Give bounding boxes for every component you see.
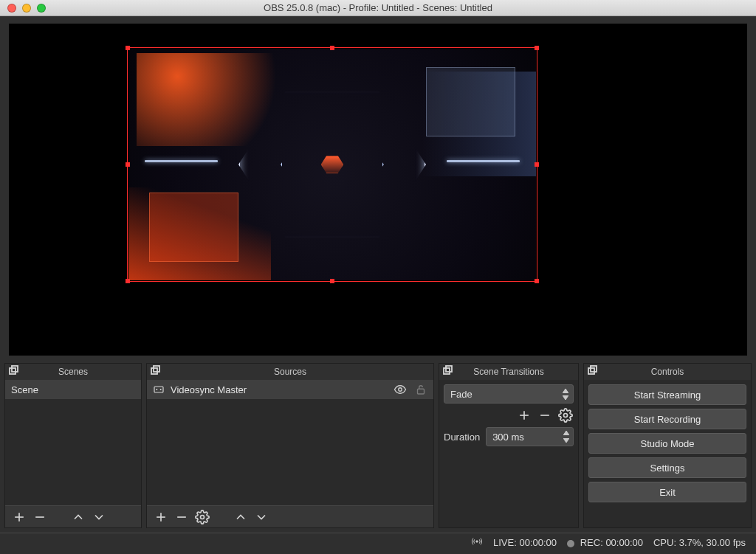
svg-rect-11 xyxy=(418,389,425,394)
svg-point-9 xyxy=(160,389,162,390)
svg-rect-7 xyxy=(154,387,163,392)
select-stepper-icon xyxy=(560,387,571,401)
transition-select[interactable]: Fade xyxy=(444,384,574,404)
source-visibility-toggle[interactable] xyxy=(394,383,407,396)
transitions-body: Fade Duration 300 ms xyxy=(439,380,578,527)
rec-status: REC: 00:00:00 xyxy=(567,537,643,548)
move-scene-up-button[interactable] xyxy=(70,509,86,525)
preview-container xyxy=(0,16,756,363)
window-title: OBS 25.0.8 (mac) - Profile: Untitled - S… xyxy=(264,2,492,13)
broadcast-icon xyxy=(471,536,483,550)
svg-marker-19 xyxy=(563,395,568,400)
source-item-label: Videosync Master xyxy=(171,384,247,395)
duration-value: 300 ms xyxy=(492,432,524,443)
resize-handle[interactable] xyxy=(126,162,130,167)
scene-item[interactable]: Scene xyxy=(5,380,141,399)
status-bar: LIVE: 00:00:00 REC: 00:00:00 CPU: 3.7%, … xyxy=(0,533,756,552)
move-scene-down-button[interactable] xyxy=(91,509,107,525)
scenes-list[interactable]: Scene xyxy=(5,380,141,505)
sources-panel-header[interactable]: Sources xyxy=(147,364,433,380)
resize-handle[interactable] xyxy=(535,46,539,50)
source-window-icon xyxy=(153,384,165,395)
titlebar: OBS 25.0.8 (mac) - Profile: Untitled - S… xyxy=(0,0,756,16)
resize-handle[interactable] xyxy=(535,162,539,167)
source-preview-thumbnail xyxy=(128,49,536,280)
close-window-button[interactable] xyxy=(7,4,16,13)
undock-icon[interactable] xyxy=(8,365,20,377)
svg-marker-18 xyxy=(563,389,568,393)
svg-rect-16 xyxy=(444,368,450,374)
scenes-panel-header[interactable]: Scenes xyxy=(5,364,141,380)
controls-panel-title: Controls xyxy=(651,367,684,377)
add-source-button[interactable] xyxy=(153,509,169,525)
svg-marker-24 xyxy=(563,431,569,435)
svg-point-8 xyxy=(156,389,157,390)
controls-panel-header[interactable]: Controls xyxy=(584,364,751,380)
add-scene-button[interactable] xyxy=(11,509,27,525)
dock-panels: Scenes Scene Sources xyxy=(0,363,756,533)
move-source-up-button[interactable] xyxy=(233,509,249,525)
resize-handle[interactable] xyxy=(330,46,334,50)
source-selection-box[interactable] xyxy=(127,47,537,282)
zoom-window-button[interactable] xyxy=(37,4,46,13)
transitions-panel-title: Scene Transitions xyxy=(473,367,543,377)
svg-rect-27 xyxy=(591,366,597,372)
transition-selected-label: Fade xyxy=(450,389,472,400)
live-time: 00:00:00 xyxy=(519,537,557,548)
sources-list[interactable]: Videosync Master xyxy=(147,380,433,505)
minimize-window-button[interactable] xyxy=(22,4,31,13)
preview-canvas[interactable] xyxy=(9,24,747,356)
controls-body: Start Streaming Start Recording Studio M… xyxy=(584,380,751,527)
transitions-panel: Scene Transitions Fade Duration xyxy=(439,363,579,528)
remove-scene-button[interactable] xyxy=(32,509,48,525)
live-label: LIVE: xyxy=(493,537,517,548)
duration-label: Duration xyxy=(444,432,480,443)
duration-spinbox[interactable]: 300 ms xyxy=(486,427,574,446)
window-controls xyxy=(7,4,46,13)
source-properties-button[interactable] xyxy=(194,509,210,525)
resize-handle[interactable] xyxy=(330,279,334,283)
scenes-panel: Scenes Scene xyxy=(4,363,142,528)
scenes-panel-title: Scenes xyxy=(58,367,88,377)
undock-icon[interactable] xyxy=(587,365,599,377)
scenes-toolbar xyxy=(5,505,141,527)
undock-icon[interactable] xyxy=(150,365,162,377)
studio-mode-button[interactable]: Studio Mode xyxy=(588,433,746,454)
transition-properties-button[interactable] xyxy=(557,408,574,423)
start-streaming-label: Start Streaming xyxy=(634,389,701,401)
exit-label: Exit xyxy=(659,487,676,498)
svg-point-15 xyxy=(201,515,205,519)
remove-source-button[interactable] xyxy=(173,509,190,525)
settings-button[interactable]: Settings xyxy=(588,457,746,478)
source-lock-toggle[interactable] xyxy=(414,383,427,396)
start-recording-button[interactable]: Start Recording xyxy=(588,409,746,429)
start-recording-label: Start Recording xyxy=(634,414,701,425)
svg-rect-1 xyxy=(12,366,18,372)
transitions-panel-header[interactable]: Scene Transitions xyxy=(439,364,578,380)
rec-time: 00:00:00 xyxy=(605,537,643,548)
resize-handle[interactable] xyxy=(126,46,130,50)
sources-panel-title: Sources xyxy=(274,367,306,377)
main-area: Scenes Scene Sources xyxy=(0,16,756,554)
svg-rect-26 xyxy=(588,368,594,374)
undock-icon[interactable] xyxy=(442,365,454,377)
svg-point-23 xyxy=(564,414,568,418)
svg-rect-5 xyxy=(151,368,157,374)
spin-stepper-icon[interactable] xyxy=(561,429,571,444)
sources-toolbar xyxy=(147,505,433,527)
settings-label: Settings xyxy=(650,463,685,474)
add-transition-button[interactable] xyxy=(516,408,532,423)
svg-rect-0 xyxy=(10,368,16,374)
start-streaming-button[interactable]: Start Streaming xyxy=(588,384,746,405)
move-source-down-button[interactable] xyxy=(253,509,269,525)
scene-item-label: Scene xyxy=(11,384,38,395)
sources-panel: Sources Videosync Master xyxy=(146,363,434,528)
source-item[interactable]: Videosync Master xyxy=(147,380,433,399)
studio-mode-label: Studio Mode xyxy=(641,438,695,449)
svg-point-28 xyxy=(476,541,478,543)
exit-button[interactable]: Exit xyxy=(588,482,746,502)
svg-marker-25 xyxy=(563,438,569,443)
resize-handle[interactable] xyxy=(126,279,130,283)
resize-handle[interactable] xyxy=(535,279,539,283)
remove-transition-button[interactable] xyxy=(537,408,553,423)
